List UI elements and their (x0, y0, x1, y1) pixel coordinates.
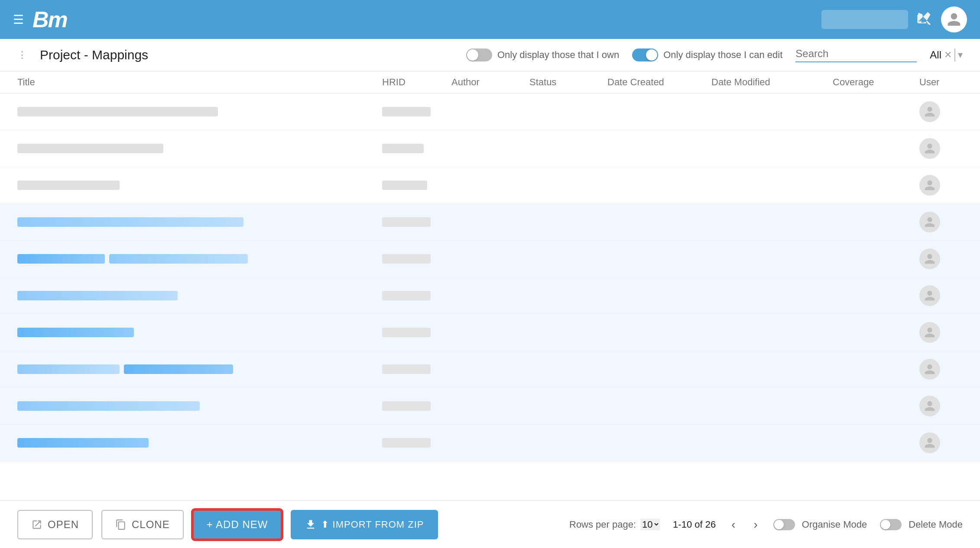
hamburger-icon[interactable]: ☰ (13, 13, 24, 27)
prev-page-button[interactable]: ‹ (729, 515, 738, 534)
toggle-own-group: Only display those that I own (466, 48, 619, 61)
page-title: Project - Mappings (40, 48, 148, 62)
col-title: Title (17, 77, 382, 88)
camera-off-icon (917, 10, 932, 29)
import-label: ⬆ IMPORT FROM ZIP (321, 519, 424, 530)
col-coverage: Coverage (833, 77, 919, 88)
table-row[interactable] (0, 314, 980, 351)
col-author: Author (451, 77, 529, 88)
clone-icon (115, 519, 127, 530)
toggle-edit-knob (646, 49, 657, 61)
table-row[interactable] (0, 425, 980, 461)
add-new-label: + ADD NEW (207, 519, 268, 531)
main-content: ⋮ Project - Mappings Only display those … (0, 39, 980, 548)
header-controls: Only display those that I own Only displ… (466, 48, 963, 62)
toggle-edit-group: Only display those I can edit (632, 48, 782, 61)
delete-mode-label: Delete Mode (909, 519, 963, 530)
filter-group: All ✕ ▾ (930, 48, 963, 61)
header-right (821, 6, 967, 32)
open-icon (31, 519, 42, 530)
filter-dropdown-icon[interactable]: ▾ (958, 49, 963, 61)
table-body (0, 93, 980, 500)
table-row[interactable] (0, 351, 980, 388)
table-row[interactable] (0, 241, 980, 277)
add-new-button[interactable]: + ADD NEW (192, 509, 282, 540)
rows-per-page-label: Rows per page: (569, 519, 636, 530)
organise-mode-knob (774, 520, 784, 529)
open-label: OPEN (48, 519, 79, 531)
table-row[interactable] (0, 167, 980, 204)
top-header: ☰ Bm (0, 0, 980, 39)
delete-mode-toggle[interactable] (880, 519, 902, 530)
clone-label: CLONE (132, 519, 170, 531)
toggle-own-knob (467, 49, 478, 61)
organise-mode-toggle[interactable] (773, 519, 795, 530)
user-avatar-header[interactable] (941, 6, 967, 32)
filter-value: All (930, 49, 941, 61)
search-container (795, 48, 917, 62)
logo: Bm (32, 6, 67, 32)
search-input[interactable] (795, 48, 899, 60)
page-header: ⋮ Project - Mappings Only display those … (0, 39, 980, 71)
table-row[interactable] (0, 204, 980, 241)
organise-mode-label: Organise Mode (802, 519, 867, 530)
open-button[interactable]: OPEN (17, 510, 93, 539)
footer-right: Rows per page: 10 25 50 1-10 of 26 ‹ › O… (569, 515, 963, 534)
col-status: Status (529, 77, 607, 88)
delete-mode-group: Delete Mode (880, 519, 963, 530)
table-row[interactable] (0, 388, 980, 425)
delete-mode-knob (881, 520, 890, 529)
table-row[interactable] (0, 93, 980, 130)
next-page-button[interactable]: › (751, 515, 760, 534)
rows-per-page: Rows per page: 10 25 50 (569, 519, 660, 530)
drag-handle-icon[interactable]: ⋮ (17, 49, 27, 61)
toggle-own-label: Only display those that I own (497, 49, 619, 61)
import-icon (305, 519, 317, 531)
table-header: Title HRID Author Status Date Created Da… (0, 71, 980, 93)
footer: OPEN CLONE + ADD NEW ⬆ IMPORT FROM ZIP R… (0, 500, 980, 548)
header-search-box (821, 10, 908, 29)
col-date-created: Date Created (607, 77, 711, 88)
col-user: User (919, 77, 963, 88)
filter-clear-icon[interactable]: ✕ (944, 49, 952, 61)
clone-button[interactable]: CLONE (101, 510, 184, 539)
import-zip-button[interactable]: ⬆ IMPORT FROM ZIP (291, 510, 438, 539)
table-row[interactable] (0, 277, 980, 314)
toggle-edit[interactable] (632, 48, 658, 61)
pagination-info: 1-10 of 26 (673, 519, 716, 530)
rows-select[interactable]: 10 25 50 (640, 519, 660, 530)
toggle-edit-label: Only display those I can edit (663, 49, 782, 61)
organise-mode-group: Organise Mode (773, 519, 867, 530)
col-hrid: HRID (382, 77, 451, 88)
toggle-own[interactable] (466, 48, 492, 61)
header-left: ☰ Bm (13, 6, 67, 32)
col-date-modified: Date Modified (711, 77, 833, 88)
filter-divider (954, 48, 955, 61)
table-row[interactable] (0, 130, 980, 167)
